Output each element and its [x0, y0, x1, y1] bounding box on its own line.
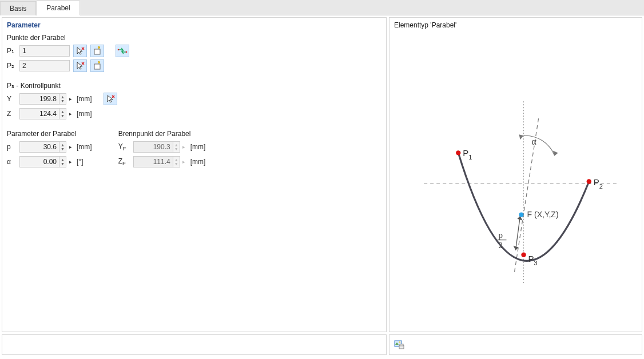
new-item-p2[interactable]: [90, 59, 104, 72]
p-menu[interactable]: ▸: [66, 141, 74, 153]
svg-text:α: α: [532, 137, 537, 146]
alpha-label: α: [7, 158, 19, 166]
section-param: Parameter der Parabel: [2, 127, 97, 139]
p-unit: [mm]: [77, 143, 92, 151]
svg-rect-8: [94, 64, 100, 69]
new-item-p1[interactable]: [90, 45, 104, 57]
zf-unit: [mm]: [190, 158, 206, 166]
p-label: p: [7, 143, 19, 151]
new-item-icon: [93, 61, 102, 70]
cursor-pick-icon: [106, 94, 115, 103]
preview-toolbar: [389, 334, 642, 355]
z-unit: [mm]: [77, 110, 92, 118]
svg-point-19: [519, 213, 524, 217]
y-label: Y: [7, 95, 19, 103]
svg-point-23: [587, 179, 591, 184]
tab-basis[interactable]: Basis: [0, 1, 36, 15]
zf-menu: ▸: [180, 156, 188, 167]
panel-title-parameter: Parameter: [2, 18, 386, 31]
image-print-icon: [394, 340, 404, 350]
pick-point-p2[interactable]: [73, 59, 87, 72]
svg-text:2: 2: [498, 241, 503, 250]
preview-title: Elementtyp 'Parabel': [389, 18, 642, 31]
yf-menu: ▸: [180, 141, 188, 153]
svg-rect-2: [94, 49, 100, 54]
cursor-pick-icon: [75, 61, 85, 70]
cursor-pick-icon: [75, 46, 85, 55]
z-label: Z: [7, 110, 19, 118]
left-bottom-panel: [2, 334, 387, 355]
p2-label: P₂: [7, 62, 19, 70]
alpha-menu[interactable]: ▸: [66, 156, 74, 167]
svg-point-4: [118, 49, 120, 51]
p1-input[interactable]: 1: [19, 45, 70, 57]
tab-bar: Basis Parabel: [0, 0, 644, 15]
svg-text:F (X,Y,Z): F (X,Y,Z): [527, 210, 559, 219]
tab-parabel[interactable]: Parabel: [37, 1, 79, 15]
zf-label: ZF: [118, 157, 133, 166]
preview-canvas: α p 2 F (X,Y,Z) P1: [389, 31, 642, 332]
section-points: Punkte der Parabel: [2, 31, 386, 43]
svg-text:P3: P3: [528, 254, 538, 266]
z-menu[interactable]: ▸: [66, 108, 74, 119]
p1-label: P₁: [7, 47, 19, 55]
yf-input: 190.3: [133, 141, 173, 153]
svg-point-25: [521, 253, 526, 257]
yf-label: YF: [118, 142, 133, 151]
p-spinner[interactable]: ▲▼: [59, 141, 66, 153]
print-preview-button[interactable]: [393, 338, 406, 351]
pick-point-p1[interactable]: [73, 45, 87, 57]
swap-points[interactable]: [116, 45, 129, 57]
p2-input[interactable]: 2: [19, 60, 70, 71]
alpha-unit: [°]: [77, 158, 83, 166]
section-focus: Brennpunkt der Parabel: [114, 127, 210, 139]
swap-arrows-icon: [117, 46, 128, 55]
svg-point-5: [126, 51, 128, 53]
z-input[interactable]: 124.4: [19, 108, 59, 119]
alpha-input[interactable]: 0.00: [19, 156, 59, 167]
new-item-icon: [93, 46, 102, 55]
p-input[interactable]: 30.6: [19, 141, 59, 153]
yf-unit: [mm]: [190, 143, 206, 151]
svg-rect-30: [400, 344, 403, 346]
z-spinner[interactable]: ▲▼: [59, 108, 66, 119]
section-p3: P₃ - Kontrollpunkt: [2, 79, 386, 91]
y-menu[interactable]: ▸: [66, 93, 74, 105]
svg-point-21: [456, 150, 460, 155]
svg-text:P2: P2: [594, 177, 603, 190]
y-unit: [mm]: [77, 95, 92, 103]
zf-input: 111.4: [133, 156, 173, 167]
alpha-spinner[interactable]: ▲▼: [59, 156, 66, 167]
y-spinner[interactable]: ▲▼: [59, 93, 66, 105]
yf-spinner: ▲▼: [173, 141, 180, 153]
zf-spinner: ▲▼: [173, 156, 180, 167]
svg-text:P1: P1: [463, 148, 472, 161]
svg-text:p: p: [498, 230, 503, 240]
y-input[interactable]: 199.8: [19, 93, 59, 105]
pick-coord-p3[interactable]: [104, 93, 117, 105]
svg-line-15: [516, 216, 520, 250]
svg-point-28: [399, 341, 401, 343]
